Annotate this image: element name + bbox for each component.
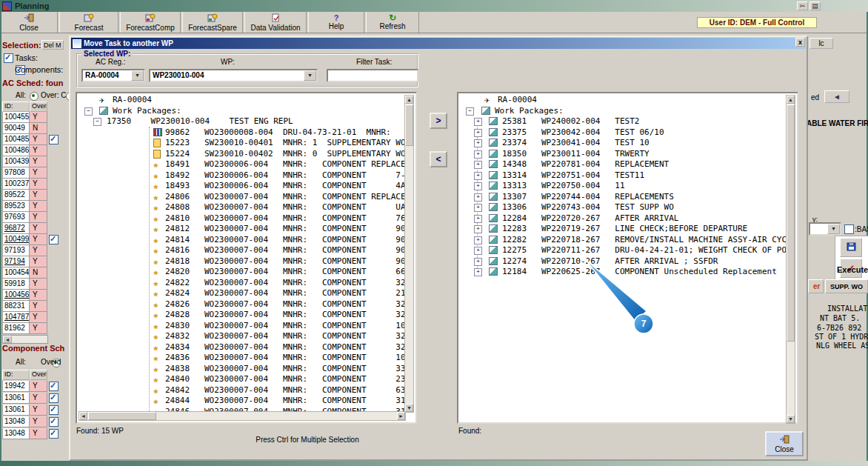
- table-row[interactable]: 100485 Y: [2, 134, 59, 145]
- fragment-combobox[interactable]: ▼: [809, 222, 841, 236]
- table-row[interactable]: 100499 Y: [2, 234, 59, 245]
- overdue-column-header[interactable]: Overdue:: [30, 370, 47, 380]
- tree-item[interactable]: + 13313 WP220750-004 11: [460, 181, 787, 192]
- scroll-right-arrow-icon[interactable]: ►: [397, 412, 405, 420]
- expand-icon[interactable]: +: [474, 204, 482, 212]
- tree-item[interactable]: + 23375 WP230042-004 TEST 06/10: [460, 127, 787, 139]
- tree-item[interactable]: 24840 WO2300007-004 MNHR: COMPONENT 2341…: [79, 374, 406, 385]
- ac-all-radio[interactable]: [30, 92, 39, 101]
- overdue-column-header[interactable]: Overdue: [30, 101, 47, 112]
- tree-item[interactable]: 24816 WO2300007-004 MNHR: COMPONENT 9028…: [79, 245, 406, 256]
- tasks-checkbox[interactable]: [4, 53, 13, 63]
- button-fragment-er[interactable]: er: [808, 279, 824, 293]
- tree-item[interactable]: 15224 SW230010-00402 MNHR: 0 SUPPLEMENTA…: [79, 149, 406, 160]
- toolbar-datavalidation-button[interactable]: Data Validation: [244, 12, 307, 33]
- tree-item[interactable]: 99862 WO23000008-004 DRU-04-73-21-01 MNH…: [79, 127, 406, 139]
- tree-root-row[interactable]: ✈ RA-00004: [460, 95, 787, 106]
- row-checkbox[interactable]: [49, 235, 59, 244]
- dialog-close-x-button[interactable]: x: [795, 38, 805, 47]
- tree-group-row[interactable]: − Work Packages:: [79, 106, 406, 117]
- expand-icon[interactable]: +: [474, 193, 482, 202]
- table-row[interactable]: 81962 Y: [2, 323, 59, 334]
- table-row[interactable]: 59918 Y: [2, 279, 59, 290]
- expand-icon[interactable]: +: [474, 182, 482, 190]
- table-row[interactable]: 89523 Y: [2, 201, 59, 212]
- tree-item[interactable]: 24814 WO2300007-004 MNHR: COMPONENT 9020…: [79, 235, 406, 246]
- table-row[interactable]: 100454 N: [2, 267, 59, 279]
- scroll-down-arrow-icon[interactable]: ▼: [787, 415, 795, 423]
- expand-icon[interactable]: +: [474, 225, 482, 233]
- wp-combobox[interactable]: WP230010-004 ▼: [149, 69, 318, 82]
- dialog-close-button[interactable]: Close: [765, 431, 804, 456]
- table-row[interactable]: 104787 Y: [2, 312, 59, 323]
- tree-item[interactable]: 18492 WO2300006-004 MNHR: COMPONENT 7-10…: [79, 170, 406, 182]
- expand-icon[interactable]: +: [474, 215, 482, 223]
- tree-item[interactable]: 24842 WO2300007-004 MNHR: COMPONENT 6329…: [79, 385, 406, 396]
- row-checkbox[interactable]: [49, 135, 59, 144]
- id-column-header[interactable]: ID:: [2, 101, 30, 112]
- row-checkbox[interactable]: [49, 405, 59, 415]
- scroll-up-arrow-icon[interactable]: ▲: [787, 96, 795, 104]
- expand-icon[interactable]: +: [474, 247, 482, 255]
- table-row[interactable]: 13048 Y: [2, 416, 59, 427]
- delete-marked-button[interactable]: Del M: [41, 40, 64, 50]
- filter-task-input[interactable]: [327, 69, 418, 82]
- nav-button-fragment[interactable]: ◄: [824, 90, 849, 103]
- tree-item[interactable]: 24812 WO2300007-004 MNHR: COMPONENT 9028…: [79, 224, 406, 235]
- scroll-thumb[interactable]: [88, 412, 156, 420]
- tree-item[interactable]: + 18350 WP230011-004 TRWERTY: [460, 149, 787, 160]
- expand-icon[interactable]: +: [474, 172, 482, 180]
- toolbar-forecastcomp-button[interactable]: ForecastComp: [120, 12, 181, 33]
- dialog-titlebar[interactable]: Move Task to another WP: [71, 38, 806, 49]
- scroll-thumb[interactable]: [405, 104, 413, 146]
- scroll-thumb[interactable]: [787, 104, 795, 342]
- table-row[interactable]: 97193 Y: [2, 245, 59, 256]
- table-row[interactable]: 97808 Y: [2, 167, 59, 179]
- tree-item[interactable]: 24830 WO2300007-004 MNHR: COMPONENT 1074…: [79, 321, 406, 332]
- tree-item[interactable]: + 12184 WP220625-267 COMPONENT Unschedul…: [460, 267, 787, 278]
- scroll-up-arrow-icon[interactable]: ▲: [405, 96, 413, 104]
- tree-item[interactable]: 18493 WO2300006-004 MNHR: COMPONENT 4A39…: [79, 181, 406, 192]
- tree-item[interactable]: 24834 WO2300007-004 MNHR: COMPONENT 3214…: [79, 342, 406, 353]
- collapse-icon[interactable]: −: [93, 118, 101, 126]
- move-right-button[interactable]: >: [430, 113, 447, 129]
- tree-item[interactable]: + 14348 WP220781-004 REPLACEMENT: [460, 159, 787, 170]
- supp-wo-button[interactable]: SUPP. WO: [825, 279, 868, 293]
- collapse-icon[interactable]: −: [466, 107, 474, 116]
- tree-item[interactable]: 24820 WO2300007-004 MNHR: COMPONENT 6608…: [79, 267, 406, 278]
- tree-item[interactable]: + 13306 WP220743-004 TEST SUPP WO: [460, 202, 787, 213]
- table-row[interactable]: 13061 Y: [2, 404, 59, 416]
- tree-root-row[interactable]: ✈ RA-00004: [79, 95, 406, 106]
- toolbar-forecastspare-button[interactable]: ForecastSpare: [182, 12, 243, 33]
- tree-item[interactable]: + 12282 WP220718-267 REMOVE/INSTALL MACH…: [460, 235, 787, 246]
- row-checkbox[interactable]: [49, 393, 59, 403]
- save-icon-button[interactable]: [840, 238, 862, 257]
- source-tree-h-scrollbar[interactable]: ◄ ►: [79, 411, 406, 421]
- table-row[interactable]: 90049 N: [2, 123, 59, 134]
- table-row[interactable]: 19942 Y: [2, 380, 59, 392]
- tree-item[interactable]: 24832 WO2300007-004 MNHR: COMPONENT 3214…: [79, 331, 406, 342]
- source-tree-v-scrollbar[interactable]: ▲ ▼: [404, 95, 414, 413]
- table-row[interactable]: 13048 Y: [2, 427, 59, 439]
- tree-item[interactable]: 24838 WO2300007-004 MNHR: COMPONENT 332A…: [79, 364, 406, 375]
- collapse-icon[interactable]: −: [84, 107, 93, 116]
- toolbar-help-button[interactable]: ? Help: [308, 12, 364, 33]
- tree-item[interactable]: 24828 WO2300007-004 MNHR: COMPONENT 320Z…: [79, 310, 406, 321]
- expand-icon[interactable]: +: [474, 161, 482, 169]
- printer-icon[interactable]: ▤: [809, 1, 821, 10]
- row-checkbox[interactable]: [49, 417, 59, 427]
- sidebar-h-scrollbar[interactable]: ◄: [2, 335, 48, 344]
- base-checkbox[interactable]: [844, 224, 854, 234]
- row-checkbox[interactable]: [49, 429, 59, 439]
- ac-reg-combobox[interactable]: RA-00004 ▼: [81, 69, 145, 82]
- row-checkbox[interactable]: [49, 382, 59, 391]
- tree-item[interactable]: 24818 WO2300007-004 MNHR: COMPONENT 9020…: [79, 256, 406, 267]
- expand-icon[interactable]: +: [474, 150, 482, 159]
- toolbar-forecast-button[interactable]: Forecast: [59, 12, 118, 33]
- expand-icon[interactable]: +: [474, 258, 482, 266]
- tree-item[interactable]: 24824 WO2300007-004 MNHR: COMPONENT 21SN…: [79, 288, 406, 299]
- tree-item[interactable]: + 25381 WP240002-004 TEST2: [460, 116, 787, 127]
- tree-item[interactable]: + 13314 WP220751-004 TEST11: [460, 170, 787, 182]
- scissors-icon[interactable]: ✂: [797, 1, 808, 10]
- chevron-down-icon[interactable]: ▼: [827, 224, 840, 234]
